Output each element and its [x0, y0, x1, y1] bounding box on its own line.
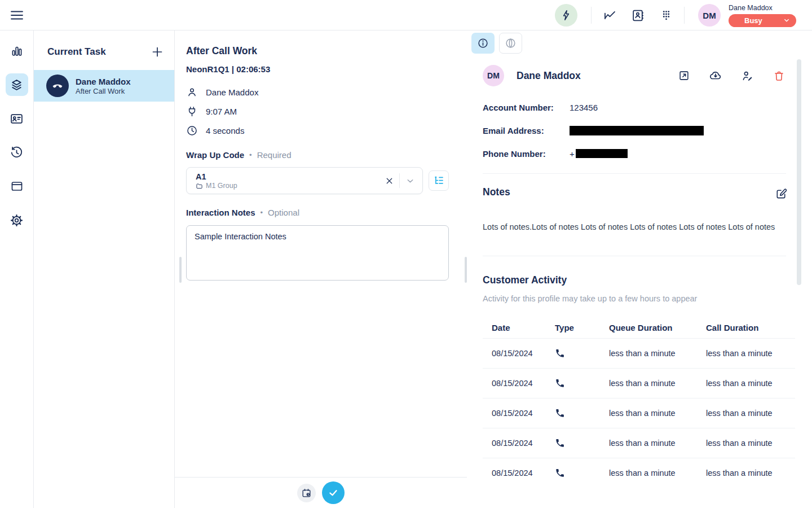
tab-profile-info[interactable]	[471, 33, 495, 54]
status-dropdown[interactable]: Busy	[729, 14, 796, 27]
left-nav-rail	[0, 30, 34, 508]
wrapup-tree-view-button[interactable]	[429, 170, 449, 191]
window-icon	[10, 179, 24, 193]
edit-notes-button[interactable]	[774, 186, 788, 201]
task-list-item[interactable]: Dane Maddox After Call Work	[34, 70, 174, 102]
acw-contact-name: Dane Maddox	[206, 87, 258, 97]
topbar-divider	[591, 7, 592, 24]
wrapup-group-label: M1 Group	[206, 182, 237, 190]
edit-note-icon	[775, 187, 788, 200]
bar-chart-icon	[10, 44, 24, 58]
after-call-work-panel: After Call Work NeonR1Q1 | 02:06:53 Dane…	[175, 30, 468, 508]
phone-icon	[555, 468, 609, 478]
account-number-row: Account Number: 123456	[483, 101, 812, 113]
task-contact-name: Dane Maddox	[76, 77, 131, 87]
status-label: Busy	[744, 16, 762, 25]
clear-wrapup-button[interactable]	[381, 173, 397, 189]
check-icon	[327, 487, 339, 499]
wrapup-required: Required	[257, 150, 292, 160]
panel-resize-handle[interactable]	[465, 257, 467, 283]
table-row[interactable]: 08/15/2024 less than a minute less than …	[483, 398, 795, 428]
sidebar-item-windows[interactable]	[6, 175, 28, 198]
notes-title: Notes	[483, 186, 510, 198]
schedule-callback-button[interactable]	[297, 484, 316, 502]
folder-icon	[196, 182, 203, 190]
sidebar-item-history[interactable]	[6, 141, 28, 164]
task-state: After Call Work	[76, 87, 131, 95]
vertical-scrollbar[interactable]	[797, 59, 801, 285]
redacted-phone-value	[576, 149, 628, 158]
open-external-button[interactable]	[677, 68, 691, 83]
customer-activity-table: Date Type Queue Duration Call Duration 0…	[483, 317, 795, 488]
clock-icon	[186, 125, 198, 137]
performance-chart-icon[interactable]	[599, 5, 620, 25]
phone-icon	[555, 378, 609, 388]
wrapup-dropdown-button[interactable]	[402, 173, 418, 189]
history-icon	[10, 146, 24, 160]
tab-insights[interactable]	[499, 33, 522, 54]
delete-icon	[773, 70, 785, 82]
delete-profile-button[interactable]	[771, 68, 786, 83]
profile-name: Dane Maddox	[517, 70, 677, 82]
hamburger-menu-icon[interactable]	[9, 7, 25, 23]
current-task-title: Current Task	[47, 46, 106, 58]
email-label: Email Address:	[483, 126, 570, 135]
table-row[interactable]: 08/15/2024 less than a minute less than …	[483, 338, 795, 368]
layers-icon	[10, 78, 24, 92]
tree-list-icon	[433, 175, 445, 187]
section-divider	[483, 173, 786, 174]
panel-resize-handle[interactable]	[179, 257, 182, 283]
chevron-down-icon	[405, 176, 415, 186]
phone-row: Phone Number: +	[483, 147, 812, 160]
profile-avatar: DM	[483, 65, 504, 86]
complete-acw-button[interactable]	[322, 481, 345, 504]
chevron-down-icon	[783, 16, 791, 24]
phone-prefix: +	[570, 149, 575, 159]
cloud-download-icon	[709, 69, 722, 82]
calendar-clock-icon	[301, 488, 312, 498]
gear-icon	[10, 213, 24, 227]
split-circle-icon	[505, 37, 517, 49]
topbar-user-name: Dane Maddox	[729, 4, 796, 12]
table-row[interactable]: 08/15/2024 less than a minute less than …	[483, 368, 795, 398]
table-row[interactable]: 08/15/2024 less than a minute less than …	[483, 458, 795, 488]
phone-icon	[555, 438, 609, 448]
acw-queue-timer: NeonR1Q1 | 02:06:53	[186, 64, 449, 74]
sidebar-item-contacts[interactable]	[6, 107, 28, 130]
current-task-panel: Current Task Dane Maddox After Call Work	[34, 30, 175, 508]
interaction-notes-label: Interaction Notes	[186, 208, 255, 217]
sidebar-item-interactions[interactable]	[6, 73, 28, 96]
sidebar-item-settings[interactable]	[6, 209, 28, 231]
close-icon	[385, 176, 394, 186]
account-number-value: 123456	[570, 103, 598, 112]
wrapup-code-value: A1	[196, 172, 381, 182]
plus-icon	[151, 45, 164, 59]
plug-icon	[186, 106, 198, 117]
redacted-email-value	[570, 126, 704, 135]
top-bar: DM Dane Maddox Busy	[0, 0, 812, 30]
avatar[interactable]: DM	[698, 4, 721, 27]
wrapup-label: Wrap Up Code	[186, 150, 244, 160]
phone-label: Phone Number:	[483, 149, 570, 159]
info-icon	[477, 37, 489, 49]
section-divider	[483, 256, 786, 256]
external-link-icon	[678, 69, 690, 82]
acw-duration: 4 seconds	[206, 126, 244, 135]
table-row[interactable]: 08/15/2024 less than a minute less than …	[483, 428, 795, 458]
acw-start-time: 9:07 AM	[206, 107, 237, 116]
edit-contact-button[interactable]	[740, 68, 754, 83]
download-profile-button[interactable]	[708, 68, 723, 83]
topbar-divider	[684, 7, 685, 24]
activity-table-header: Date Type Queue Duration Call Duration	[483, 317, 795, 338]
dialpad-icon[interactable]	[656, 5, 676, 25]
contact-card-icon	[10, 112, 24, 126]
interaction-notes-input[interactable]: Sample Interaction Notes	[186, 225, 449, 281]
call-end-icon	[46, 75, 69, 97]
email-row: Email Address:	[483, 124, 812, 137]
add-task-button[interactable]	[149, 44, 165, 60]
sidebar-item-analytics[interactable]	[6, 40, 28, 62]
customer-profile-panel: DM Dane Maddox	[468, 30, 812, 508]
contacts-book-icon[interactable]	[628, 5, 648, 25]
wrapup-code-select[interactable]: A1 M1 Group	[186, 167, 423, 194]
lightning-icon[interactable]	[555, 4, 577, 27]
